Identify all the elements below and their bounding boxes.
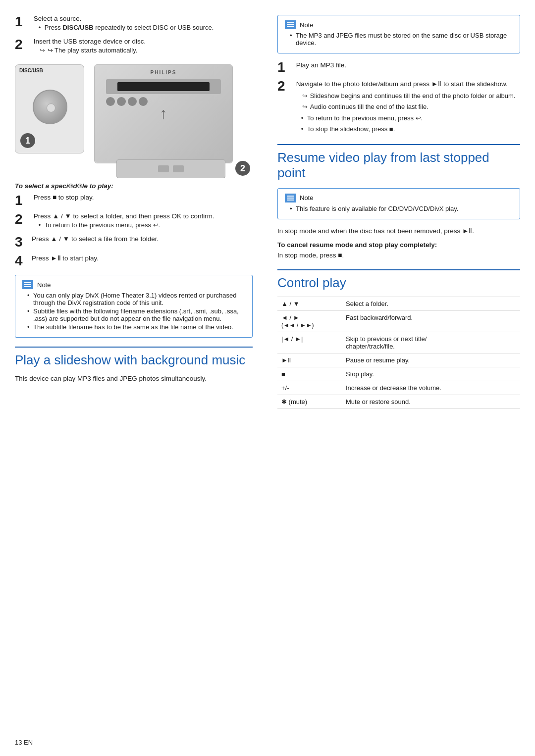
disc-graphic	[33, 90, 67, 124]
step-1-number: 1	[15, 15, 30, 29]
resume-body: In stop mode and when the disc has not b…	[277, 226, 520, 236]
table-row: ■ Stop play.	[277, 367, 520, 381]
note-box-resume: Note This feature is only available for …	[277, 188, 520, 219]
note-icon-resume	[285, 194, 296, 202]
table-row: ▲ / ▼ Select a folder.	[277, 297, 520, 311]
right-step-2-arrow-2: Audio continues till the end of the last…	[302, 102, 519, 112]
table-row: +/- Increase or decrease the volume.	[277, 381, 520, 395]
page-footer: 13 EN	[15, 739, 33, 746]
slideshow-body: This device can play MP3 files and JPEG …	[15, 374, 253, 384]
slideshow-heading: Play a slideshow with background music	[15, 347, 253, 368]
note-bullet-top-1: The MP3 and JPEG files must be stored on…	[290, 32, 513, 47]
note-bullet-resume-1: This feature is only available for CD/DV…	[290, 205, 513, 212]
badge-2: 2	[235, 161, 250, 176]
sel-step-1-content: Press ■ to stop play.	[34, 194, 252, 202]
control-heading: Control play	[277, 269, 520, 291]
tray-slot-1	[158, 165, 169, 172]
note-title-resume: Note	[300, 194, 313, 202]
right-step-1-label: Play an MP3 file.	[296, 61, 346, 69]
step-1-block: 1 Select a source. Press DISC/USB repeat…	[15, 15, 253, 33]
sel-step-2-bullets: To return to the previous menu, press ↩.	[34, 221, 252, 229]
note-bullet-3: The subtitle filename has to be the same…	[27, 323, 245, 331]
ctrl-desc-7: Mute or restore sound.	[342, 395, 520, 409]
note-icon-left	[22, 280, 33, 289]
sel-step-4-content: Press ►Ⅱ to start play.	[32, 254, 250, 263]
tray-slot-2	[173, 165, 184, 172]
table-row: ◄ / ►(◄◄ / ►►) Fast backward/forward.	[277, 311, 520, 332]
right-step-2-block: 2 Navigate to the photo folder/album and…	[277, 79, 520, 135]
sel-step-2-label: Press ▲ / ▼ to select a folder, and then…	[34, 212, 252, 220]
resume-heading: Resume video play from last stopped poin…	[277, 144, 520, 181]
sel-step-2-num: 2	[15, 212, 30, 226]
right-step-2-bullet-2: To stop the slideshow, press ■.	[301, 124, 519, 134]
step-2-arrow: ↪ The play starts automatically.	[40, 47, 252, 54]
step-1-bullet-1: Press DISC/USB repeatedly to select DISC…	[39, 24, 252, 31]
ctrl-key-1: ▲ / ▼	[277, 297, 342, 311]
sel-step-2-content: Press ▲ / ▼ to select a folder, and then…	[34, 212, 252, 230]
arrow-up-icon: ↑	[160, 104, 167, 123]
ctrl-desc-2: Fast backward/forward.	[342, 311, 520, 332]
right-column: Note The MP3 and JPEG files must be stor…	[268, 15, 520, 741]
right-step-2-num: 2	[277, 79, 292, 93]
ctrl-btn-2	[117, 97, 126, 106]
table-row: ►Ⅱ Pause or resume play.	[277, 353, 520, 367]
right-step-2-arrow-1: Slideshow begins and continues till the …	[302, 91, 519, 101]
ctrl-key-6: +/-	[277, 381, 342, 395]
sel-step-3-content: Press ▲ / ▼ to select a file from the fo…	[32, 235, 250, 244]
table-row: |◄ / ►| Skip to previous or next title/c…	[277, 332, 520, 353]
note-bullet-1: You can only play DivX (Home Theater 3.1…	[27, 292, 245, 306]
step-2-sub: ↪ The play starts automatically.	[34, 47, 252, 54]
left-column: 1 Select a source. Press DISC/USB repeat…	[15, 15, 268, 741]
ctrl-key-5: ■	[277, 367, 342, 381]
table-row: ✱ (mute) Mute or restore sound.	[277, 395, 520, 409]
right-step-2-sub: Slideshow begins and continues till the …	[296, 91, 519, 111]
ctrl-desc-5: Stop play.	[342, 367, 520, 381]
sel-step-2-block: 2 Press ▲ / ▼ to select a folder, and th…	[15, 212, 253, 230]
right-step-2-bullets: To return to the previous menu, press ↩.…	[296, 113, 519, 134]
ctrl-key-4: ►Ⅱ	[277, 353, 342, 367]
device-left: DISC/USB 1	[15, 64, 84, 153]
right-step-1-num: 1	[277, 60, 292, 74]
step-1-label: Select a source.	[34, 15, 252, 22]
note-title-right-top: Note	[300, 21, 313, 29]
resume-sub-heading: To cancel resume mode and stop play comp…	[277, 241, 520, 249]
ctrl-key-3: |◄ / ►|	[277, 332, 342, 353]
device-tray	[116, 159, 225, 178]
sel-step-4-label: Press ►Ⅱ to start play.	[32, 254, 250, 262]
sel-step-4-block: 4 Press ►Ⅱ to start play.	[15, 254, 253, 268]
right-step-2-label: Navigate to the photo folder/album and p…	[296, 80, 508, 88]
ctrl-desc-3: Skip to previous or next title/chapter/t…	[342, 332, 520, 353]
note-header-right-top: Note	[285, 20, 513, 29]
note-header-left: Note	[22, 280, 245, 289]
sel-step-1-block: 1 Press ■ to stop play.	[15, 194, 253, 207]
step-1-content: Select a source. Press DISC/USB repeated…	[34, 15, 252, 33]
sel-step-3-label: Press ▲ / ▼ to select a file from the fo…	[32, 235, 250, 243]
note-bullets-right-top: The MP3 and JPEG files must be stored on…	[285, 32, 513, 47]
disc-usb-bold: DISC/USB	[62, 24, 93, 31]
sel-step-3-block: 3 Press ▲ / ▼ to select a file from the …	[15, 235, 253, 249]
disc-inner	[47, 103, 55, 112]
step-1-bullets: Press DISC/USB repeatedly to select DISC…	[34, 24, 252, 31]
ctrl-desc-4: Pause or resume play.	[342, 353, 520, 367]
display-screen	[117, 82, 210, 91]
to-select-heading: To select a speci®d®le to play:	[15, 182, 253, 190]
note-bullets-resume: This feature is only available for CD/DV…	[285, 205, 513, 212]
device-right-container: PHILIPS ↑	[94, 64, 248, 173]
ctrl-key-7: ✱ (mute)	[277, 395, 342, 409]
resume-sub-body: In stop mode, press ■.	[277, 251, 520, 260]
note-box-left: Note You can only play DivX (Home Theate…	[15, 275, 253, 338]
step-2-content: Insert the USB storage device or disc. ↪…	[34, 38, 252, 55]
sel-step-4-num: 4	[15, 254, 30, 268]
right-step-1-content: Play an MP3 file.	[296, 60, 519, 70]
device-display	[106, 79, 221, 94]
badge-1: 1	[20, 133, 35, 148]
ctrl-key-2: ◄ / ►(◄◄ / ►►)	[277, 311, 342, 332]
ctrl-desc-1: Select a folder.	[342, 297, 520, 311]
right-step-1-block: 1 Play an MP3 file.	[277, 60, 520, 74]
control-table: ▲ / ▼ Select a folder. ◄ / ►(◄◄ / ►►) Fa…	[277, 297, 520, 409]
disc-usb-label: DISC/USB	[19, 68, 43, 73]
note-header-resume: Note	[285, 194, 513, 202]
step-2-number: 2	[15, 38, 30, 51]
ctrl-btn-4	[139, 97, 148, 106]
ctrl-desc-6: Increase or decrease the volume.	[342, 381, 520, 395]
